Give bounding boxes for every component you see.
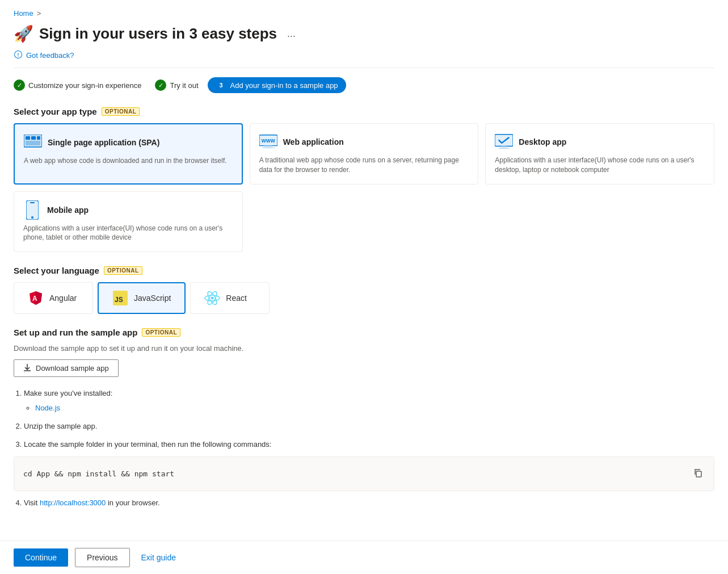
angular-icon: A [28,290,44,306]
step-1: ✓ Customize your sign-in experience [14,79,141,91]
bottom-bar: Continue Previous Exit guide [0,541,728,569]
step-2-check: ✓ [155,79,166,91]
download-button-label: Download sample app [36,364,109,372]
angular-label: Angular [49,294,77,303]
angular-card[interactable]: A Angular [14,282,93,314]
react-label: React [226,294,247,303]
spa-card-desc: A web app whose code is downloaded and r… [24,156,233,166]
breadcrumb-home[interactable]: Home [14,9,33,18]
svg-rect-8 [262,147,275,148]
web-app-icon: WWW [259,133,277,151]
download-sample-app-button[interactable]: Download sample app [14,359,119,377]
localhost-link[interactable]: http://localhost:3000 [40,498,106,507]
setup-section: Set up and run the sample app OPTIONAL D… [14,328,714,510]
mobile-card-desc: Applications with a user interface(UI) w… [23,224,233,243]
app-type-badge: OPTIONAL [102,107,140,116]
continue-button[interactable]: Continue [14,548,68,567]
javascript-icon: JS [112,290,128,306]
spa-icon [24,133,42,152]
copy-code-button[interactable] [691,466,705,481]
instructions: Make sure you've installed: Node.js Unzi… [14,386,714,510]
web-app-card-header: WWW Web application [259,133,469,151]
react-card[interactable]: React [190,282,270,314]
step-4-prefix: Visit [24,498,40,507]
svg-rect-3 [37,136,40,140]
nodejs-link[interactable]: Node.js [35,404,60,412]
download-icon [23,363,31,373]
desktop-icon [495,133,513,151]
step-2-label: Try it out [170,81,198,90]
desktop-card-header: Desktop app [495,133,705,151]
feedback-label[interactable]: Got feedback? [26,51,74,60]
nodejs-link-item: Node.js [35,401,714,416]
code-block: cd App && npm install && npm start [14,456,714,491]
javascript-label: JavaScript [134,294,171,303]
exit-guide-button[interactable]: Exit guide [137,548,180,567]
svg-point-23 [211,297,214,300]
setup-title: Set up and run the sample app [14,328,137,337]
app-type-title: Select your app type [14,107,97,116]
desktop-card[interactable]: Desktop app Applications with a user int… [485,123,714,185]
step-3-label: Add your sign-in to a sample app [230,81,338,90]
step-1-label: Customize your sign-in experience [28,81,141,90]
web-app-card-desc: A traditional web app whose code runs on… [259,156,469,175]
previous-button[interactable]: Previous [75,548,129,567]
spa-card-header: Single page application (SPA) [24,133,233,152]
spa-card[interactable]: Single page application (SPA) A web app … [14,123,243,185]
app-type-cards-row2: Mobile app Applications with a user inte… [14,191,714,253]
react-icon [204,290,220,306]
app-type-cards: Single page application (SPA) A web app … [14,123,714,185]
svg-point-14 [31,216,33,219]
language-title: Select your language [14,266,99,275]
step-4-suffix: in your browser. [106,498,159,507]
setup-badge: OPTIONAL [142,328,180,337]
setup-heading: Set up and run the sample app OPTIONAL [14,328,714,337]
svg-rect-9 [495,135,513,146]
svg-rect-11 [499,148,510,149]
web-app-card[interactable]: WWW Web application A traditional web ap… [250,123,479,185]
instruction-step-2: Unzip the sample app. [24,419,714,434]
svg-rect-13 [30,202,35,203]
page-title: Sign in your users in 3 easy steps [39,25,277,43]
language-cards: A Angular JS JavaScript [14,282,714,314]
app-type-heading: Select your app type OPTIONAL [14,107,714,116]
svg-text:WWW: WWW [261,138,275,144]
svg-rect-1 [26,136,30,140]
step-3-number: 3 [216,79,227,91]
svg-text:JS: JS [115,296,123,304]
svg-rect-4 [26,141,40,145]
feedback-row[interactable]: Got feedback? [14,50,714,68]
instruction-step-4: Visit http://localhost:3000 in your brow… [24,496,714,510]
language-heading: Select your language OPTIONAL [14,266,714,275]
javascript-card[interactable]: JS JavaScript [98,282,186,314]
more-options-button[interactable]: ... [283,26,300,42]
svg-rect-2 [31,136,36,140]
step-2: ✓ Try it out [155,79,198,91]
mobile-card-header: Mobile app [23,201,233,219]
svg-rect-26 [696,471,701,477]
instruction-step-3: Locate the sample folder in your termina… [24,437,714,452]
setup-description: Download the sample app to set it up and… [14,344,714,353]
feedback-icon [14,50,23,61]
svg-rect-10 [502,146,507,148]
code-text: cd App && npm install && npm start [23,467,174,481]
breadcrumb-separator: > [37,9,41,18]
mobile-icon [23,201,41,219]
steps-bar: ✓ Customize your sign-in experience ✓ Tr… [14,77,714,93]
web-app-card-title: Web application [283,137,344,146]
desktop-card-desc: Applications with a user interface(UI) w… [495,156,705,175]
instruction-step-1: Make sure you've installed: Node.js [24,386,714,416]
mobile-card-title: Mobile app [47,206,89,215]
svg-rect-7 [264,146,272,148]
desktop-card-title: Desktop app [519,137,566,146]
step-1-check: ✓ [14,79,25,91]
title-row: 🚀 Sign in your users in 3 easy steps ... [14,24,714,43]
svg-text:A: A [32,295,37,303]
rocket-icon: 🚀 [14,24,33,43]
language-badge: OPTIONAL [104,266,142,275]
mobile-card[interactable]: Mobile app Applications with a user inte… [14,191,243,253]
breadcrumb: Home > [14,9,714,18]
step-3: 3 Add your sign-in to a sample app [208,77,346,93]
spa-card-title: Single page application (SPA) [48,138,159,147]
